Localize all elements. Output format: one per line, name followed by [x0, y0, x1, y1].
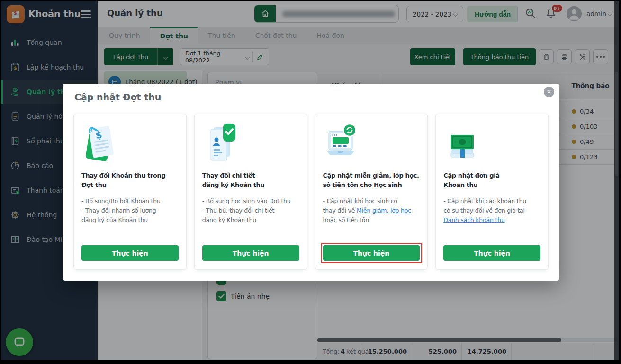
close-icon[interactable]: ✕: [544, 87, 554, 97]
card-update-exemption: Cập nhật miễn giảm, lớp học, số tiền tồn…: [315, 114, 428, 270]
desc-text: - Cập nhật khi các khoản thu có sự thay …: [443, 197, 526, 214]
execute-button[interactable]: Thực hiện: [81, 245, 179, 261]
card-description: - Bổ sung/Bỏ bớt Khoản thu - Thay đổi nh…: [81, 196, 179, 225]
desc-text: hoặc số tiền tồn: [323, 216, 369, 223]
receipt-clip-icon: $: [81, 122, 179, 171]
application-window: $ Khoản thu Tổng quan $ Lập kế hoạch thu…: [1, 1, 619, 360]
modal-cards: $ Thay đổi Khoản thu trong Đợt thu - Bổ …: [73, 114, 549, 270]
laptop-sync-icon: [323, 122, 420, 171]
card-description: - Bổ sung học sinh vào Đợt thu - Thu bù,…: [202, 196, 299, 225]
document-check-icon: [202, 122, 299, 171]
card-description: - Cập nhật khi học sinh có thay đổi về M…: [323, 196, 420, 225]
execute-button[interactable]: Thực hiện: [202, 245, 299, 261]
card-title: Thay đổi chi tiết đăng ký Khoản thu: [202, 171, 299, 190]
fee-list-link[interactable]: Danh sách khoản thu: [443, 216, 504, 223]
card-title: Cập nhật miễn giảm, lớp học, số tiền tồn…: [323, 171, 420, 190]
execute-button-highlighted[interactable]: Thực hiện: [323, 245, 420, 261]
money-stack-icon: [443, 122, 540, 171]
card-change-fee-items: $ Thay đổi Khoản thu trong Đợt thu - Bổ …: [73, 114, 187, 270]
execute-button[interactable]: Thực hiện: [443, 245, 540, 261]
card-description: - Cập nhật khi các khoản thu có sự thay …: [443, 196, 540, 225]
card-title: Cập nhật đơn giá Khoản thu: [443, 171, 540, 190]
update-period-modal: Cập nhật Đợt thu ✕ $: [63, 84, 559, 281]
desc-text: - Bổ sung/Bỏ bớt Khoản thu - Thay đổi nh…: [81, 197, 161, 223]
card-change-registration: Thay đổi chi tiết đăng ký Khoản thu - Bổ…: [194, 114, 307, 270]
modal-title: Cập nhật Đợt thu: [74, 92, 161, 102]
exemption-link[interactable]: Miễn giảm, lớp học: [357, 207, 411, 214]
desc-text: - Bổ sung học sinh vào Đợt thu - Thu bù,…: [202, 197, 291, 223]
card-update-unit-price: Cập nhật đơn giá Khoản thu - Cập nhật kh…: [435, 114, 549, 270]
card-title: Thay đổi Khoản thu trong Đợt thu: [81, 171, 179, 190]
